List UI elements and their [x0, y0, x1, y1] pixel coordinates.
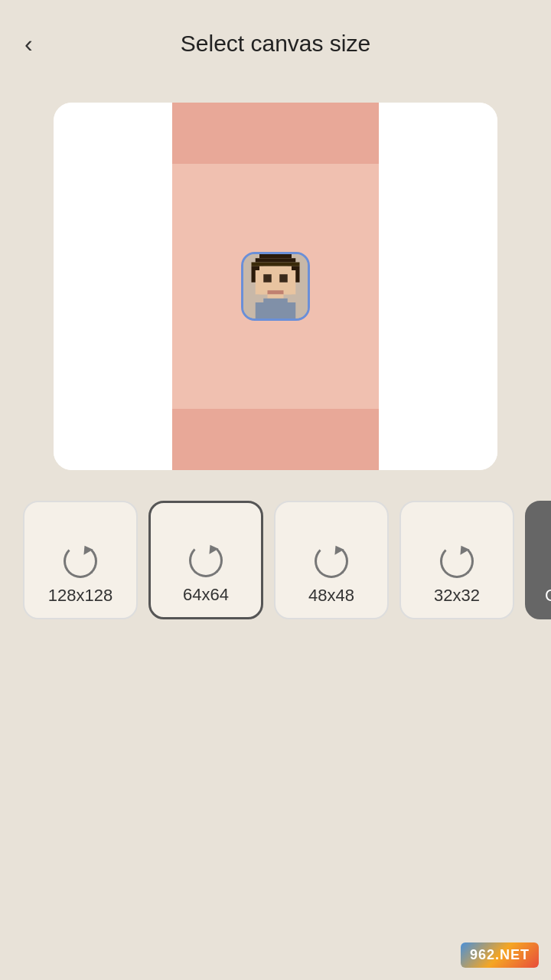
page-title: Select canvas size — [181, 31, 370, 57]
size-card-128[interactable]: 128x128 — [23, 501, 138, 619]
canvas-top-band — [172, 103, 379, 164]
svg-rect-12 — [268, 290, 284, 294]
svg-rect-2 — [256, 258, 296, 262]
svg-rect-3 — [252, 263, 300, 266]
svg-rect-15 — [263, 299, 288, 302]
size-label-64: 64x64 — [183, 585, 229, 605]
canvas-inner — [172, 103, 379, 470]
watermark: 962.NET — [461, 942, 539, 968]
canvas-preview-container — [0, 72, 551, 501]
rotate-icon-64 — [189, 544, 223, 577]
canvas-middle — [172, 164, 379, 409]
size-label-custom: Custom si — [545, 586, 551, 606]
pixel-art-svg — [243, 254, 308, 318]
canvas-preview — [54, 103, 497, 470]
size-card-custom[interactable]: + Custom si — [525, 501, 551, 619]
rotate-icon-48 — [315, 544, 348, 578]
svg-rect-14 — [256, 302, 296, 318]
size-card-32[interactable]: 32x32 — [399, 501, 514, 619]
size-card-64[interactable]: 64x64 — [148, 501, 263, 619]
back-button[interactable]: ‹ — [18, 25, 39, 62]
rotate-icon-128 — [64, 544, 97, 578]
size-label-128: 128x128 — [48, 586, 112, 606]
canvas-right-panel — [379, 103, 497, 470]
svg-rect-10 — [263, 274, 272, 283]
size-card-48[interactable]: 48x48 — [274, 501, 389, 619]
svg-rect-11 — [279, 274, 288, 283]
canvas-left-panel — [54, 103, 172, 470]
header: ‹ Select canvas size — [0, 0, 551, 72]
size-label-32: 32x32 — [434, 586, 480, 606]
size-options: 128x128 64x64 48x48 32x32 + Custom si — [0, 501, 551, 665]
rotate-icon-32 — [440, 544, 474, 578]
canvas-bottom-band — [172, 409, 379, 470]
pixel-character — [241, 252, 310, 321]
size-label-48: 48x48 — [308, 586, 354, 606]
svg-rect-1 — [259, 254, 292, 258]
